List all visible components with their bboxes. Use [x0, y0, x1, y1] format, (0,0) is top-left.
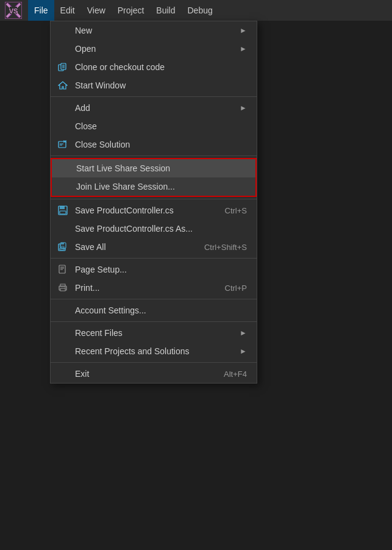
- svg-point-34: [65, 287, 66, 288]
- close-solution-icon: [55, 138, 70, 151]
- menu-item-save[interactable]: Save ProductController.cs Ctrl+S: [51, 201, 257, 220]
- svg-rect-20: [60, 211, 66, 214]
- menu-item-start-live-share[interactable]: Start Live Share Session: [52, 159, 255, 177]
- save-all-icon: [55, 241, 70, 253]
- file-dropdown-menu: New ► Open ► Clone or checkout code Star…: [50, 21, 257, 384]
- svg-rect-12: [59, 141, 66, 148]
- menu-item-new[interactable]: New ►: [51, 21, 257, 40]
- save-icon: [55, 204, 70, 216]
- add-icon: [55, 102, 70, 114]
- page-setup-icon: [55, 263, 70, 276]
- menu-item-account-settings[interactable]: Account Settings...: [51, 301, 257, 320]
- menu-project[interactable]: Project: [112, 0, 151, 21]
- menu-item-start-window[interactable]: Start Window: [51, 76, 257, 95]
- menu-file[interactable]: File: [28, 0, 54, 21]
- print-icon: [55, 282, 70, 294]
- live-share-join-icon: [57, 180, 71, 193]
- recent-files-icon: [55, 327, 70, 339]
- separator-3: [51, 199, 257, 199]
- svg-text:VS: VS: [9, 7, 18, 15]
- vs-logo: VS: [4, 1, 23, 20]
- svg-rect-19: [60, 206, 65, 209]
- separator-7: [51, 362, 257, 363]
- exit-icon: [55, 368, 70, 380]
- menu-item-page-setup[interactable]: Page Setup...: [51, 260, 257, 279]
- separator-2: [51, 155, 257, 156]
- separator-6: [51, 321, 257, 322]
- clone-icon: [55, 61, 70, 73]
- separator-4: [51, 258, 257, 259]
- separator-1: [51, 96, 257, 97]
- home-icon: [55, 79, 70, 91]
- menu-item-recent-projects[interactable]: Recent Projects and Solutions ►: [51, 342, 257, 360]
- menu-item-save-all[interactable]: Save All Ctrl+Shift+S: [51, 238, 257, 256]
- menu-item-save-as[interactable]: Save ProductController.cs As...: [51, 220, 257, 238]
- account-icon: [55, 304, 70, 316]
- menu-build[interactable]: Build: [150, 0, 181, 21]
- recent-projects-icon: [55, 345, 70, 357]
- menu-item-add[interactable]: Add ►: [51, 99, 257, 117]
- menu-item-print[interactable]: Print... Ctrl+P: [51, 279, 257, 297]
- menu-item-close[interactable]: Close: [51, 117, 257, 135]
- menu-item-join-live-share[interactable]: Join Live Share Session...: [52, 177, 255, 196]
- menu-item-exit[interactable]: Exit Alt+F4: [51, 365, 257, 383]
- menu-item-recent-files[interactable]: Recent Files ►: [51, 324, 257, 342]
- live-share-start-icon: [57, 162, 71, 174]
- menu-bar: VS File Edit View Project Build Debug: [0, 0, 392, 21]
- menu-item-open[interactable]: Open ►: [51, 40, 257, 58]
- svg-rect-33: [60, 288, 65, 291]
- separator-5: [51, 299, 257, 299]
- menu-debug[interactable]: Debug: [182, 0, 219, 21]
- new-icon: [55, 24, 70, 37]
- menu-item-clone[interactable]: Clone or checkout code: [51, 58, 257, 76]
- svg-rect-25: [61, 243, 64, 245]
- live-share-group: Start Live Share Session Join Live Share…: [51, 158, 257, 197]
- menu-item-close-solution[interactable]: Close Solution: [51, 135, 257, 154]
- close-menu-icon: [55, 120, 70, 132]
- menu-edit[interactable]: Edit: [54, 0, 81, 21]
- menu-view[interactable]: View: [81, 0, 112, 21]
- open-icon: [55, 43, 70, 55]
- save-as-icon: [55, 223, 70, 235]
